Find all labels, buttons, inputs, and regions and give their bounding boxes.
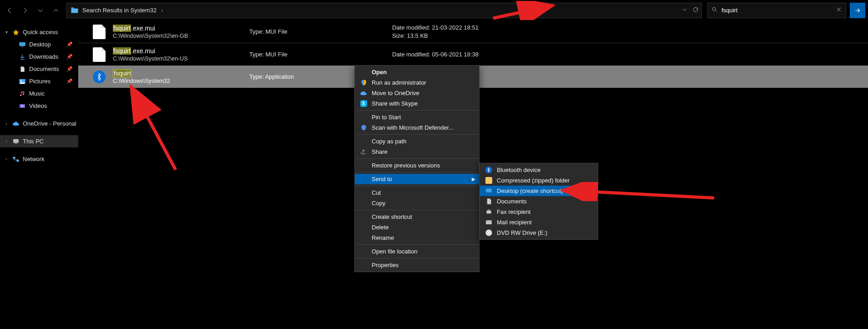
sidebar-label: Quick access <box>23 29 58 35</box>
ctx-run-as-admin[interactable]: Run as administrator <box>355 77 479 88</box>
ctx-move-to-onedrive[interactable]: Move to OneDrive <box>355 88 479 98</box>
search-input[interactable] <box>722 7 832 14</box>
sendto-compressed[interactable]: Compressed (zipped) folder <box>480 175 598 186</box>
pc-icon <box>12 137 20 146</box>
pin-icon: 📌 <box>66 54 73 60</box>
svg-point-0 <box>712 7 716 10</box>
documents-icon <box>484 198 493 205</box>
desktop-icon <box>484 188 493 194</box>
result-filename: fsquirt.exe.mui <box>113 47 249 55</box>
sidebar-item-this-pc[interactable]: › This PC <box>0 135 78 147</box>
address-bar[interactable]: Search Results in System32 › <box>66 3 702 18</box>
navigation-pane: ▾ Quick access Desktop 📌 Downloads 📌 Doc… <box>0 20 78 329</box>
desktop-icon <box>18 40 26 49</box>
svg-rect-8 <box>13 157 15 158</box>
chevron-down-icon[interactable]: ▾ <box>4 30 9 35</box>
sidebar-label: Documents <box>29 66 59 72</box>
recent-locations-button[interactable] <box>34 4 47 17</box>
result-path: C:\Windows\System32\en-US <box>113 56 249 62</box>
chevron-right-icon[interactable]: › <box>4 139 9 144</box>
chevron-right-icon[interactable]: › <box>4 157 9 162</box>
svg-rect-12 <box>487 210 490 211</box>
result-meta: Date modified: 05-06-2021 18:38 <box>392 51 479 59</box>
ctx-open-location[interactable]: Open file location <box>355 246 479 257</box>
chevron-right-icon[interactable]: › <box>4 121 9 126</box>
network-icon <box>12 155 20 163</box>
ctx-pin-to-start[interactable]: Pin to Start <box>355 112 479 122</box>
svg-rect-7 <box>15 143 17 143</box>
sendto-bluetooth[interactable]: Bluetooth device <box>480 165 598 175</box>
ctx-create-shortcut[interactable]: Create shortcut <box>355 212 479 222</box>
back-button[interactable] <box>3 4 16 17</box>
ctx-restore-versions[interactable]: Restore previous versions <box>355 160 479 171</box>
ctx-copy-as-path[interactable]: Copy as path <box>355 136 479 147</box>
sendto-desktop[interactable]: Desktop (create shortcut) <box>480 186 598 196</box>
navigation-toolbar: Search Results in System32 › <box>0 0 868 20</box>
documents-icon <box>18 65 26 73</box>
submenu-arrow-icon: ▶ <box>472 177 475 182</box>
download-icon <box>18 53 26 61</box>
ctx-rename[interactable]: Rename <box>355 233 479 243</box>
sidebar-label: OneDrive - Personal <box>23 120 76 127</box>
sidebar-label: Network <box>23 156 45 162</box>
svg-rect-10 <box>486 189 492 192</box>
sendto-mail[interactable]: Mail recipient <box>480 217 598 228</box>
videos-icon <box>18 102 26 110</box>
sendto-submenu: Bluetooth device Compressed (zipped) fol… <box>479 163 598 240</box>
clear-search-icon[interactable] <box>836 6 842 14</box>
skype-icon: S <box>359 100 368 107</box>
ctx-open[interactable]: Open <box>355 67 479 77</box>
search-box[interactable] <box>707 3 846 18</box>
onedrive-icon <box>12 120 20 128</box>
chevron-right-icon[interactable]: › <box>161 7 163 14</box>
sidebar-item-desktop[interactable]: Desktop 📌 <box>0 38 78 51</box>
sidebar-item-documents[interactable]: Documents 📌 <box>0 63 78 75</box>
mail-icon <box>484 219 493 226</box>
sidebar-item-network[interactable]: › Network <box>0 153 78 165</box>
refresh-icon[interactable] <box>692 6 699 14</box>
ctx-delete[interactable]: Delete <box>355 222 479 233</box>
sidebar-item-pictures[interactable]: Pictures 📌 <box>0 75 78 87</box>
svg-rect-9 <box>16 160 19 162</box>
breadcrumb-text[interactable]: Search Results in System32 <box>82 7 156 14</box>
sidebar-item-downloads[interactable]: Downloads 📌 <box>0 51 78 63</box>
result-path: C:\Windows\System32\en-GB <box>113 33 249 39</box>
forward-button[interactable] <box>18 4 32 17</box>
sendto-dvd[interactable]: DVD RW Drive (E:) <box>480 228 598 238</box>
ctx-cut[interactable]: Cut <box>355 187 479 198</box>
ctx-scan-defender[interactable]: Scan with Microsoft Defender... <box>355 122 479 133</box>
dropdown-icon[interactable] <box>681 6 688 14</box>
sendto-fax[interactable]: Fax recipient <box>480 207 598 217</box>
result-item[interactable]: fsquirt.exe.mui C:\Windows\System32\en-G… <box>78 20 868 43</box>
sidebar-item-music[interactable]: Music <box>0 87 78 100</box>
sidebar-label: Desktop <box>29 41 51 48</box>
result-filename: fsquirt <box>113 70 249 77</box>
search-icon <box>712 6 718 14</box>
shield-icon <box>359 79 368 86</box>
sidebar-label: Music <box>29 90 45 97</box>
sidebar-item-onedrive[interactable]: › OneDrive - Personal <box>0 117 78 130</box>
ctx-share-skype[interactable]: SShare with Skype <box>355 98 479 109</box>
music-icon <box>18 90 26 98</box>
sidebar-item-quick-access[interactable]: ▾ Quick access <box>0 26 78 38</box>
svg-point-4 <box>20 80 22 81</box>
sidebar-label: Pictures <box>29 78 50 85</box>
pin-icon: 📌 <box>66 78 73 84</box>
sidebar-label: Videos <box>29 102 47 109</box>
ctx-copy[interactable]: Copy <box>355 198 479 208</box>
result-path: C:\Windows\System32 <box>113 78 249 84</box>
ctx-properties[interactable]: Properties <box>355 260 479 270</box>
sendto-documents[interactable]: Documents <box>480 196 598 207</box>
up-button[interactable] <box>49 4 63 17</box>
svg-rect-11 <box>486 211 491 213</box>
ctx-share[interactable]: Share <box>355 147 479 157</box>
pictures-icon <box>18 77 26 86</box>
search-go-button[interactable] <box>850 3 865 18</box>
sidebar-label: Downloads <box>29 53 58 60</box>
ctx-send-to[interactable]: Send to▶ <box>355 174 479 184</box>
zip-icon <box>484 177 493 184</box>
file-icon <box>92 47 106 62</box>
result-item[interactable]: fsquirt.exe.mui C:\Windows\System32\en-U… <box>78 43 868 66</box>
dvd-icon <box>484 229 493 236</box>
sidebar-item-videos[interactable]: Videos <box>0 100 78 112</box>
